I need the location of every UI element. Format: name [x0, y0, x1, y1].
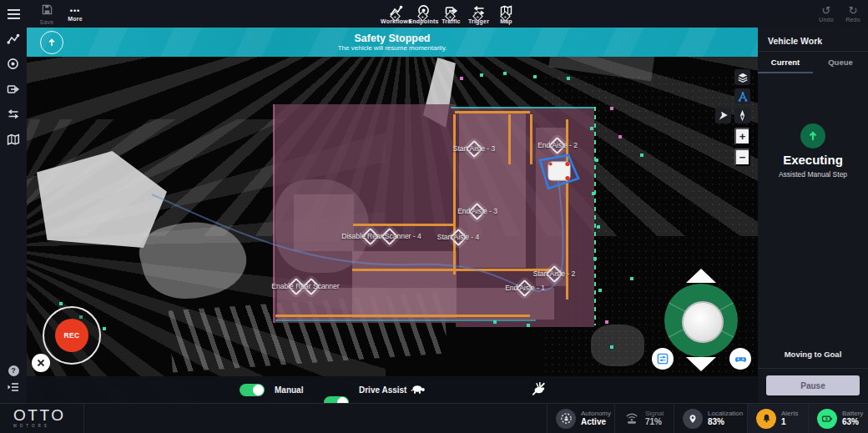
waypoint-label: End Aisle - 2: [537, 141, 578, 149]
sidebar-item-trigger[interactable]: [0, 103, 27, 125]
undo-icon: ↺: [822, 5, 831, 16]
autonomy-status[interactable]: Autonomy Active: [547, 404, 614, 433]
battery-icon: [817, 409, 837, 429]
redo-icon: ↻: [849, 5, 858, 16]
map-canvas[interactable]: Start Aisle - 3 End Aisle - 2 End Aisle …: [27, 28, 758, 403]
executing-substatus: Assisted Manual Step: [758, 170, 868, 179]
gamepad-button[interactable]: [729, 348, 751, 370]
waypoint[interactable]: End Aisle - 2: [537, 141, 578, 149]
waypoint-label: Start Aisle - 2: [533, 269, 576, 278]
layers-button[interactable]: [734, 69, 750, 85]
autonomy-icon: [556, 409, 576, 429]
alerts-status[interactable]: Alerts 1: [747, 404, 808, 433]
divider: [758, 368, 868, 369]
waypoint-label: Disable Rear Scanner - 4: [341, 232, 421, 240]
app-root: Save ••• More + Workflows + Endpoints: [0, 0, 868, 433]
signal-label: Signal: [645, 410, 664, 417]
status-bar: OTTO MOTORS Autonomy Active Signal 71%: [0, 403, 868, 433]
vehicle-marker[interactable]: [536, 153, 581, 191]
signal-status[interactable]: Signal 71%: [614, 404, 674, 433]
sliders-icon: [657, 353, 669, 365]
more-label: More: [68, 16, 83, 22]
workflows-button[interactable]: + Workflows: [382, 0, 410, 28]
route-graph-icon: [737, 91, 749, 103]
divider: [83, 404, 84, 433]
zoom-in-button[interactable]: +: [734, 128, 750, 145]
waypoint[interactable]: End Aisle - 3: [457, 207, 497, 215]
autonomy-label: Autonomy: [581, 410, 611, 417]
drive-assist-toggle[interactable]: [324, 396, 349, 403]
panel-toggle-button[interactable]: [0, 376, 27, 398]
panel-title: Vehicle Work: [768, 36, 822, 46]
record-dot: REC: [55, 319, 88, 352]
traffic-button[interactable]: + Traffic: [437, 0, 465, 28]
map-icon: +: [500, 4, 513, 18]
localization-status[interactable]: Localization 83%: [674, 404, 747, 433]
endpoints-button[interactable]: + Endpoints: [410, 0, 437, 28]
zoom-out-button[interactable]: −: [734, 149, 750, 166]
left-sidebar: ?: [0, 28, 27, 403]
undo-label: Undo: [819, 17, 834, 23]
tab-current[interactable]: Current: [758, 52, 813, 73]
waypoint-label: Enable Rear Scanner: [271, 282, 339, 290]
more-icon: •••: [70, 7, 80, 15]
undo-button[interactable]: ↺ Undo: [813, 0, 840, 28]
battery-status[interactable]: Battery 63%: [808, 404, 868, 433]
save-label: Save: [40, 19, 54, 25]
map-tool-button[interactable]: + Map: [492, 0, 520, 28]
battery-label: Battery: [842, 410, 863, 417]
compass-button[interactable]: [734, 108, 750, 123]
recenter-button[interactable]: [715, 108, 731, 123]
save-button[interactable]: Save: [32, 0, 62, 28]
trigger-button[interactable]: + Trigger: [465, 0, 492, 28]
work-tabs: Current Queue: [758, 52, 868, 73]
more-button[interactable]: ••• More: [60, 0, 90, 28]
executing-status: Executing: [758, 153, 868, 167]
joystick-settings-button[interactable]: [652, 348, 674, 370]
executing-up-arrow-icon: [800, 123, 825, 149]
pause-button[interactable]: Pause: [766, 375, 860, 395]
endpoints-icon: [7, 58, 20, 71]
close-button[interactable]: [32, 354, 50, 372]
sidebar-item-map[interactable]: [0, 128, 27, 150]
navigation-arrow-icon: [718, 110, 729, 121]
panel-toggle-icon: [7, 380, 20, 394]
route-view-button[interactable]: [734, 88, 750, 104]
signal-value: 71%: [645, 417, 664, 427]
rabbit-fast-disabled-icon: [531, 381, 546, 400]
waypoint[interactable]: Start Aisle - 2: [533, 269, 576, 278]
redo-button[interactable]: ↻ Redo: [840, 0, 866, 28]
waypoint[interactable]: Start Aisle - 3: [453, 144, 496, 153]
joystick-down-arrow[interactable]: [686, 357, 716, 371]
route-path: [27, 28, 758, 403]
turtle-slow-icon: [411, 382, 426, 399]
waypoint[interactable]: End Aisle - 1: [505, 284, 545, 292]
battery-value: 63%: [842, 417, 863, 427]
autonomy-value: Active: [581, 417, 611, 427]
manual-toggle-label: Manual: [275, 385, 303, 395]
sidebar-item-workflows[interactable]: [0, 28, 27, 50]
redo-label: Redo: [845, 17, 860, 23]
layers-icon: [737, 72, 749, 83]
alerts-bell-icon: [756, 409, 776, 429]
joystick-handle[interactable]: [682, 301, 724, 343]
waypoint[interactable]: Disable Rear Scanner - 4: [341, 232, 421, 240]
alerts-label: Alerts: [781, 410, 798, 417]
manual-toggle[interactable]: [240, 384, 265, 396]
tab-queue[interactable]: Queue: [813, 52, 868, 73]
joystick-up-arrow[interactable]: [686, 269, 716, 283]
record-button[interactable]: REC: [43, 306, 101, 365]
menu-icon[interactable]: [0, 0, 27, 28]
sidebar-item-endpoints[interactable]: [0, 53, 27, 75]
waypoint-label: End Aisle - 3: [457, 207, 497, 215]
otto-motors-logo: OTTO MOTORS: [13, 407, 65, 428]
resume-up-arrow-icon: [40, 31, 63, 54]
waypoint[interactable]: Enable Rear Scanner: [271, 282, 339, 290]
gamepad-icon: [734, 353, 747, 365]
localization-value: 83%: [708, 417, 743, 427]
sidebar-item-traffic[interactable]: [0, 78, 27, 100]
endpoints-icon: +: [417, 4, 431, 18]
compass-icon: [737, 110, 748, 121]
waypoint[interactable]: Start Aisle - 4: [437, 233, 480, 241]
map-icon: [7, 133, 21, 147]
